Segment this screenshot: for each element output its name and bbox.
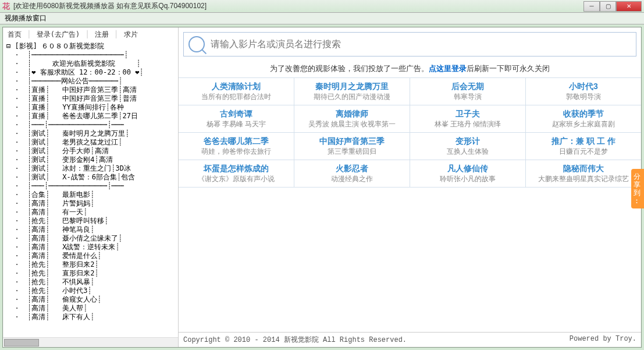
- copyright: Copyright © 2010 - 2014 新视觉影院 All Rights…: [183, 335, 570, 345]
- grid-cell[interactable]: 秦时明月之龙腾万里期待已久的国产动漫动漫: [294, 78, 410, 105]
- main-panel: 为了改善您的观影体验，我们投放了一些广告。点这里登录后刷新一下即可永久关闭 人类…: [179, 27, 641, 347]
- tree-item[interactable]: 巴黎呼叫转移: [62, 217, 104, 225]
- grid-cell[interactable]: 隐秘而伟大大鹏来整蛊明星真实记录综艺: [526, 160, 641, 187]
- titlebar: 花 [欢迎使用6080新视觉视频播放器 如有意见联系Qq.704900102] …: [0, 0, 644, 13]
- close-button[interactable]: ✕: [616, 1, 642, 12]
- grid-subtitle: 《谢文东》原版有声小说: [179, 174, 294, 183]
- grid-cell[interactable]: 离婚律师吴秀波 姚晨主演 收视率第一: [294, 105, 410, 132]
- tree-item[interactable]: YY直播间排行: [62, 103, 105, 111]
- grid-title[interactable]: 凡人修仙传: [410, 162, 525, 174]
- grid-title[interactable]: 古剑奇谭: [179, 108, 294, 119]
- tree-item[interactable]: 爸爸去哪儿第二季: [62, 112, 118, 120]
- tree-list[interactable]: ⊟ [影视] ６０８０新视觉影院 · ┊┉┉┉┉┉┉┉┉┉┉┉┉┉┉┉┉┉┉┉┉…: [3, 42, 178, 337]
- grid-title[interactable]: 后会无期: [410, 80, 525, 92]
- grid-subtitle: 郭敬明导演: [526, 92, 641, 101]
- grid-cell[interactable]: 中国好声音第三季第三季重磅回归: [294, 133, 410, 160]
- grid-title[interactable]: 变形计: [410, 135, 525, 147]
- maximize-button[interactable]: ▢: [600, 1, 616, 12]
- grid-title[interactable]: 爸爸去哪儿第二季: [179, 135, 294, 147]
- tree-item[interactable]: 中国好声音第三季: [62, 94, 118, 102]
- tree-item[interactable]: 神笔马良: [62, 225, 90, 234]
- grid-title[interactable]: 推广：兼 职 工 作: [526, 135, 641, 147]
- grid-subtitle: 林峯 王珞丹 倾情演绎: [410, 119, 525, 129]
- share-tab[interactable]: 分享到︰: [631, 169, 644, 208]
- grid-subtitle: 杨幂 李易峰 马天宇: [179, 119, 294, 129]
- nav-request[interactable]: 求片: [124, 30, 138, 38]
- tree-item[interactable]: 变形金刚4: [62, 155, 94, 164]
- menu-video-window[interactable]: 视频播放窗口: [5, 13, 47, 23]
- grid-cell[interactable]: 收获的季节赵家班乡土家庭喜剧: [526, 105, 641, 132]
- tree-item[interactable]: 有一天: [62, 208, 83, 216]
- search-bar: [183, 32, 636, 56]
- sidebar: 首页 │ 登录(去广告) │ 注册 │ 求片 ⊟ [影视] ６０８０新视觉影院 …: [3, 27, 179, 347]
- grid-title[interactable]: 火影忍者: [294, 162, 410, 174]
- tree-item[interactable]: 整形归来2: [62, 260, 94, 268]
- tree-item[interactable]: 秦时明月之龙腾万里: [62, 129, 125, 137]
- grid-cell[interactable]: 后会无期韩寒导演: [410, 78, 526, 105]
- tree-item[interactable]: 片警妈妈: [62, 199, 90, 207]
- tree-item[interactable]: 床下有人: [62, 313, 90, 321]
- grid-title[interactable]: 离婚律师: [294, 108, 410, 119]
- tree-item[interactable]: X-战警：6部合集: [62, 173, 117, 181]
- grid-subtitle: 互换人生体验: [410, 147, 525, 156]
- search-icon: [188, 36, 205, 52]
- tree-item[interactable]: 分手大师: [62, 147, 90, 155]
- horizontal-scrollbar[interactable]: [3, 337, 178, 347]
- grid-subtitle: 聆听张小凡的故事: [410, 174, 525, 183]
- grid-title[interactable]: 收获的季节: [526, 108, 641, 119]
- grid-title[interactable]: 中国好声音第三季: [294, 135, 410, 147]
- grid-cell[interactable]: 推广：兼 职 工 作日赚百元不是梦: [526, 133, 641, 160]
- notice-banner: 为了改善您的观影体验，我们投放了一些广告。点这里登录后刷新一下即可永久关闭: [179, 61, 641, 77]
- tree-item[interactable]: 最新电影: [62, 190, 90, 199]
- grid-title[interactable]: 隐秘而伟大: [526, 162, 641, 174]
- tree-item[interactable]: 聂小倩之尘缘未了: [62, 234, 118, 242]
- tree-item[interactable]: 冰封：重生之门: [62, 164, 111, 172]
- grid-cell[interactable]: 小时代3郭敬明导演: [526, 78, 641, 105]
- grid-cell[interactable]: 变形计互换人生体验: [410, 133, 526, 160]
- minimize-button[interactable]: ─: [583, 1, 600, 12]
- grid-subtitle: 韩寒导演: [410, 92, 525, 101]
- grid-subtitle: 吴秀波 姚晨主演 收视率第一: [294, 119, 410, 129]
- grid-cell[interactable]: 火影忍者动漫经典之作: [294, 160, 410, 187]
- grid-title[interactable]: 秦时明月之龙腾万里: [294, 80, 410, 92]
- content-grid: 人类清除计划当所有的犯罪都合法时秦时明月之龙腾万里期待已久的国产动漫动漫后会无期…: [179, 77, 641, 188]
- grid-cell[interactable]: 爸爸去哪儿第二季萌娃，帅爸带你去旅行: [179, 133, 294, 160]
- tree-item[interactable]: X战警：逆转未来: [62, 243, 115, 251]
- tree-item[interactable]: 直形归来2: [62, 269, 94, 277]
- nav-home[interactable]: 首页: [8, 30, 22, 38]
- nav-login[interactable]: 登录(去广告): [37, 30, 80, 38]
- grid-cell[interactable]: 凡人修仙传聆听张小凡的故事: [410, 160, 526, 187]
- grid-subtitle: 萌娃，帅爸带你去旅行: [179, 147, 294, 156]
- tree-item[interactable]: 老男孩之猛龙过江: [62, 138, 118, 146]
- tree-item[interactable]: 不惧风暴: [62, 278, 90, 286]
- grid-subtitle: 第三季重磅回归: [294, 147, 410, 156]
- notice-login-link[interactable]: 点这里登录: [429, 64, 467, 73]
- grid-subtitle: 当所有的犯罪都合法时: [179, 92, 294, 101]
- grid-subtitle: 大鹏来整蛊明星真实记录综艺: [526, 174, 641, 183]
- tree-item[interactable]: 爱情是什么: [62, 252, 97, 260]
- grid-subtitle: 赵家班乡土家庭喜剧: [526, 119, 641, 129]
- search-input[interactable]: [211, 39, 631, 50]
- top-nav: 首页 │ 登录(去广告) │ 注册 │ 求片: [3, 27, 178, 42]
- grid-cell[interactable]: 人类清除计划当所有的犯罪都合法时: [179, 78, 294, 105]
- tree-item[interactable]: 小时代3: [62, 287, 87, 295]
- grid-cell[interactable]: 卫子夫林峯 王珞丹 倾情演绎: [410, 105, 526, 132]
- grid-cell[interactable]: 古剑奇谭杨幂 李易峰 马天宇: [179, 105, 294, 132]
- grid-subtitle: 期待已久的国产动漫动漫: [294, 92, 410, 101]
- tree-root[interactable]: ⊟ [影视] ６０８０新视觉影院: [6, 42, 104, 50]
- nav-register[interactable]: 注册: [95, 30, 109, 38]
- grid-subtitle: 日赚百元不是梦: [526, 147, 641, 156]
- tree-item[interactable]: 美人帮: [62, 304, 83, 312]
- window-title: [欢迎使用6080新视觉视频播放器 如有意见联系Qq.704900102]: [13, 1, 583, 11]
- footer: Copyright © 2010 - 2014 新视觉影院 All Rights…: [179, 332, 641, 347]
- grid-title[interactable]: 小时代3: [526, 80, 641, 92]
- grid-title[interactable]: 卫子夫: [410, 108, 525, 119]
- menubar: 视频播放窗口: [0, 13, 644, 24]
- grid-cell[interactable]: 坏蛋是怎样炼成的《谢文东》原版有声小说: [179, 160, 294, 187]
- tree-item[interactable]: 中国好声音第三季: [62, 86, 118, 94]
- grid-title[interactable]: 人类清除计划: [179, 80, 294, 92]
- app-logo: 花: [2, 1, 10, 12]
- grid-subtitle: 动漫经典之作: [294, 174, 410, 183]
- grid-title[interactable]: 坏蛋是怎样炼成的: [179, 162, 294, 174]
- tree-item[interactable]: 偷窥女人心: [62, 295, 97, 303]
